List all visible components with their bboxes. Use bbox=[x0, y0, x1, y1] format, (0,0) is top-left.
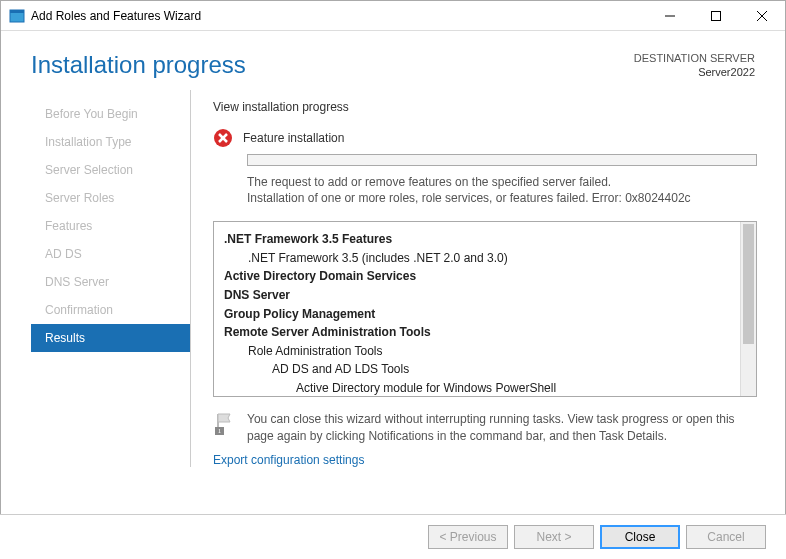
svg-rect-3 bbox=[712, 11, 721, 20]
minimize-button[interactable] bbox=[647, 1, 693, 31]
feature-item: .NET Framework 3.5 Features bbox=[224, 230, 730, 249]
page-title: Installation progress bbox=[31, 51, 634, 79]
svg-rect-1 bbox=[10, 10, 24, 13]
destination-server-label: DESTINATION SERVER bbox=[634, 51, 755, 65]
cancel-button[interactable]: Cancel bbox=[686, 525, 766, 549]
flag-icon: 1 bbox=[213, 411, 237, 435]
close-button[interactable]: Close bbox=[600, 525, 680, 549]
destination-server-block: DESTINATION SERVER Server2022 bbox=[634, 51, 755, 80]
error-message-line2: Installation of one or more roles, role … bbox=[247, 190, 757, 207]
page-header: Installation progress DESTINATION SERVER… bbox=[1, 31, 785, 90]
previous-button[interactable]: < Previous bbox=[428, 525, 508, 549]
export-config-link[interactable]: Export configuration settings bbox=[213, 453, 364, 467]
wizard-step: Installation Type bbox=[31, 128, 190, 156]
wizard-step: Server Roles bbox=[31, 184, 190, 212]
feature-item: .NET Framework 3.5 (includes .NET 2.0 an… bbox=[224, 249, 730, 268]
info-text: You can close this wizard without interr… bbox=[247, 411, 757, 445]
features-list: .NET Framework 3.5 Features.NET Framewor… bbox=[214, 222, 740, 396]
progress-bar bbox=[247, 154, 757, 166]
feature-item: DNS Server bbox=[224, 286, 730, 305]
close-window-button[interactable] bbox=[739, 1, 785, 31]
wizard-step: Results bbox=[31, 324, 190, 352]
window-controls bbox=[647, 1, 785, 31]
wizard-step: Features bbox=[31, 212, 190, 240]
maximize-button[interactable] bbox=[693, 1, 739, 31]
svg-text:1: 1 bbox=[218, 427, 222, 435]
wizard-step: Server Selection bbox=[31, 156, 190, 184]
error-message: The request to add or remove features on… bbox=[247, 174, 757, 208]
titlebar: Add Roles and Features Wizard bbox=[1, 1, 785, 31]
feature-item: Active Directory module for Windows Powe… bbox=[224, 379, 730, 396]
next-button[interactable]: Next > bbox=[514, 525, 594, 549]
app-icon bbox=[9, 8, 25, 24]
destination-server-name: Server2022 bbox=[634, 65, 755, 79]
minimize-icon bbox=[665, 11, 675, 21]
wizard-step: Before You Begin bbox=[31, 100, 190, 128]
wizard-step: Confirmation bbox=[31, 296, 190, 324]
feature-item: Group Policy Management bbox=[224, 305, 730, 324]
wizard-step: AD DS bbox=[31, 240, 190, 268]
sub-heading: View installation progress bbox=[213, 100, 757, 114]
info-row: 1 You can close this wizard without inte… bbox=[213, 411, 757, 445]
features-results-box: .NET Framework 3.5 Features.NET Framewor… bbox=[213, 221, 757, 397]
feature-item: Active Directory Domain Services bbox=[224, 267, 730, 286]
scrollbar[interactable] bbox=[740, 222, 756, 396]
error-icon bbox=[213, 128, 233, 148]
main-panel: View installation progress Feature insta… bbox=[191, 90, 785, 467]
maximize-icon bbox=[711, 11, 721, 21]
scroll-thumb[interactable] bbox=[743, 224, 754, 344]
error-message-line1: The request to add or remove features on… bbox=[247, 174, 757, 191]
footer-buttons: < Previous Next > Close Cancel bbox=[0, 514, 786, 559]
status-text: Feature installation bbox=[243, 131, 344, 145]
wizard-step: DNS Server bbox=[31, 268, 190, 296]
feature-item: AD DS and AD LDS Tools bbox=[224, 360, 730, 379]
window-title: Add Roles and Features Wizard bbox=[31, 9, 647, 23]
feature-item: Role Administration Tools bbox=[224, 342, 730, 361]
status-row: Feature installation bbox=[213, 128, 757, 148]
content-area: Before You BeginInstallation TypeServer … bbox=[1, 90, 785, 467]
wizard-steps-sidebar: Before You BeginInstallation TypeServer … bbox=[31, 90, 191, 467]
close-icon bbox=[757, 11, 767, 21]
feature-item: Remote Server Administration Tools bbox=[224, 323, 730, 342]
